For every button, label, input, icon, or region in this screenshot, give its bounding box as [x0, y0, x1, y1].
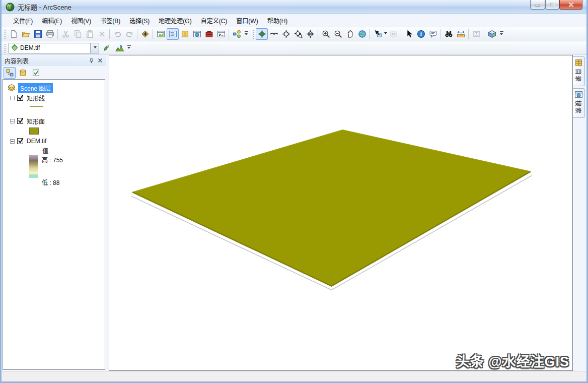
search-window-button[interactable] [191, 28, 203, 40]
center-on-target-button[interactable] [280, 28, 292, 40]
collapse-toggle[interactable] [10, 139, 15, 144]
html-popup-button[interactable] [427, 28, 439, 40]
layer-checkbox[interactable] [17, 95, 23, 101]
steepest-path-icon [115, 44, 124, 52]
arcmap-button[interactable] [155, 28, 167, 40]
toolbar-grip[interactable] [4, 29, 6, 39]
undo-button[interactable] [111, 28, 123, 40]
close-button[interactable] [559, 0, 582, 10]
menu-bookmarks[interactable]: 书签(B) [96, 14, 125, 27]
table-of-contents-button[interactable] [167, 28, 179, 40]
layer-label[interactable]: 矩形面 [27, 117, 45, 125]
menu-view[interactable]: 视图(V) [66, 14, 96, 27]
layer-row-polygon[interactable]: 矩形面 [6, 116, 105, 126]
line-symbol-swatch[interactable] [30, 106, 43, 107]
contour-tool-button[interactable] [101, 42, 113, 54]
navigate-button[interactable] [256, 28, 268, 40]
select-features-button[interactable] [372, 28, 384, 40]
steepest-path-button[interactable] [113, 42, 125, 54]
restore-button[interactable] [545, 0, 559, 10]
python-window-button[interactable] [215, 28, 227, 40]
toolbar-overflow-button[interactable] [498, 28, 505, 40]
toolbar-grip[interactable] [4, 43, 6, 53]
menu-geoprocessing[interactable]: 地理处理(G) [154, 14, 196, 27]
layer-checkbox[interactable] [17, 118, 23, 124]
fly-button[interactable] [268, 28, 280, 40]
pin-button[interactable] [87, 56, 96, 65]
layer-label[interactable]: 矩形线 [27, 94, 45, 102]
minimize-button[interactable] [530, 0, 545, 10]
contents-panel-header[interactable]: 内容列表 [2, 55, 106, 66]
find-button[interactable] [443, 28, 455, 40]
select-elements-button[interactable] [403, 28, 415, 40]
list-by-drawing-order-button[interactable] [4, 67, 16, 79]
chevron-down-icon [127, 47, 130, 50]
zoom-in-button[interactable] [320, 28, 332, 40]
toolbar-overflow-button[interactable] [243, 28, 250, 40]
arctoolbox-button[interactable] [203, 28, 215, 40]
add-data-button[interactable] [139, 28, 151, 40]
search-window-icon [574, 90, 583, 99]
search-dock-tab[interactable]: 搜索 [573, 88, 585, 118]
clear-selection-icon [389, 30, 398, 38]
collapse-toggle[interactable] [10, 96, 15, 100]
toolbar-overflow-button[interactable] [125, 42, 132, 54]
clear-selection-button[interactable] [387, 28, 399, 40]
paste-button[interactable] [84, 28, 96, 40]
full-extent-button[interactable] [356, 28, 368, 40]
menu-help[interactable]: 帮助(H) [263, 14, 292, 27]
layer-row-line[interactable]: 矩形线 [6, 93, 105, 103]
set-observer-button[interactable] [304, 28, 316, 40]
python-window-icon [217, 30, 226, 38]
zoom-to-target-icon [294, 30, 303, 38]
print-button[interactable] [44, 28, 56, 40]
layer-row-dem[interactable]: DEM.tif [6, 136, 105, 146]
list-by-visibility-button[interactable] [30, 67, 42, 79]
delete-button[interactable] [96, 28, 108, 40]
layer-label[interactable]: DEM.tif [27, 138, 46, 145]
scene-viewport[interactable]: 头条 @水经注GIS [109, 55, 573, 371]
zoom-out-button[interactable] [332, 28, 344, 40]
title-bar[interactable]: 无标题 - ArcScene [2, 0, 586, 14]
menu-file[interactable]: 文件(F) [9, 14, 37, 27]
animation-button[interactable] [470, 28, 482, 40]
search-tab-label: 搜索 [574, 100, 583, 114]
redo-button[interactable] [123, 28, 135, 40]
pin-icon [89, 58, 94, 63]
analyst-toolbar: DEM.tif [2, 41, 586, 55]
close-panel-button[interactable] [96, 56, 104, 65]
pan-button[interactable] [344, 28, 356, 40]
html-popup-icon [429, 30, 437, 38]
layer-combobox[interactable]: DEM.tif [9, 43, 99, 53]
copy-icon [74, 30, 82, 38]
menu-customize[interactable]: 自定义(C) [196, 14, 232, 27]
pan-icon [346, 30, 354, 38]
toolbar-grip[interactable] [252, 29, 254, 39]
contents-panel-toolbar [2, 66, 106, 79]
layer-combobox-dropdown[interactable] [90, 43, 99, 53]
cut-button[interactable] [59, 28, 71, 40]
identify-button[interactable] [415, 28, 427, 40]
scene-layers-label[interactable]: Scene 图层 [18, 83, 53, 93]
copy-button[interactable] [71, 28, 84, 40]
measure-button[interactable] [455, 28, 467, 40]
catalog-dock-tab[interactable]: 目录 [573, 56, 585, 86]
save-button[interactable] [32, 28, 44, 40]
menu-selection[interactable]: 选择(S) [125, 14, 154, 27]
view-settings-button[interactable] [486, 28, 498, 40]
open-button[interactable] [20, 28, 32, 40]
menu-window[interactable]: 窗口(W) [232, 14, 262, 27]
zoom-to-target-button[interactable] [292, 28, 304, 40]
list-by-visibility-icon [32, 69, 40, 77]
modelbuilder-button[interactable] [231, 28, 243, 40]
new-document-button[interactable] [8, 28, 20, 40]
list-by-source-button[interactable] [17, 67, 29, 79]
scene-layers-root[interactable]: Scene 图层 [6, 83, 105, 93]
layer-checkbox[interactable] [17, 138, 23, 144]
elevation-color-ramp[interactable] [29, 155, 38, 174]
zoom-out-icon [334, 30, 342, 38]
fill-symbol-swatch[interactable] [29, 127, 39, 135]
catalog-window-button[interactable] [179, 28, 191, 40]
collapse-toggle[interactable] [10, 119, 15, 123]
menu-edit[interactable]: 编辑(E) [37, 14, 66, 27]
